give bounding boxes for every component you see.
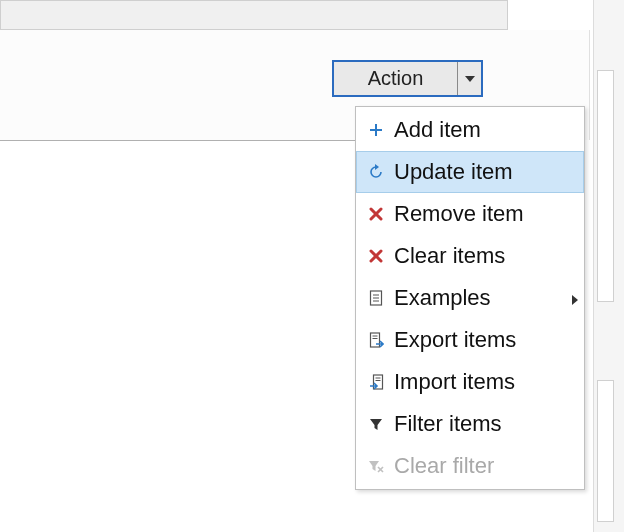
menu-item-label: Update item xyxy=(390,159,513,185)
background-panel xyxy=(0,0,508,30)
background-divider xyxy=(0,140,355,141)
svg-rect-13 xyxy=(370,333,379,347)
menu-item-clear-filter: Clear filter xyxy=(356,445,584,487)
remove-x-icon xyxy=(362,207,390,221)
svg-marker-19 xyxy=(370,419,382,430)
background-panel xyxy=(597,380,614,522)
menu-item-examples[interactable]: Examples xyxy=(356,277,584,319)
menu-item-add-item[interactable]: Add item xyxy=(356,109,584,151)
refresh-icon xyxy=(362,164,390,180)
background-panel xyxy=(597,70,614,302)
menu-item-filter-items[interactable]: Filter items xyxy=(356,403,584,445)
menu-item-label: Import items xyxy=(390,369,515,395)
svg-rect-2 xyxy=(370,129,382,131)
svg-marker-12 xyxy=(572,295,578,305)
funnel-clear-icon xyxy=(362,459,390,473)
svg-marker-3 xyxy=(375,164,379,170)
menu-item-label: Clear filter xyxy=(390,453,494,479)
menu-item-export-items[interactable]: Export items xyxy=(356,319,584,361)
menu-item-label: Examples xyxy=(390,285,491,311)
action-button-dropdown[interactable] xyxy=(458,62,481,95)
export-icon xyxy=(362,332,390,348)
action-split-button[interactable]: Action xyxy=(332,60,483,97)
menu-item-label: Remove item xyxy=(390,201,524,227)
menu-item-update-item[interactable]: Update item xyxy=(356,151,584,193)
svg-rect-16 xyxy=(373,375,382,389)
menu-item-label: Clear items xyxy=(390,243,505,269)
clear-x-icon xyxy=(362,249,390,263)
menu-item-clear-items[interactable]: Clear items xyxy=(356,235,584,277)
menu-item-label: Export items xyxy=(390,327,516,353)
svg-marker-20 xyxy=(369,461,379,471)
menu-item-remove-item[interactable]: Remove item xyxy=(356,193,584,235)
import-icon xyxy=(362,374,390,390)
chevron-right-icon xyxy=(572,285,578,311)
funnel-icon xyxy=(362,417,390,431)
svg-marker-0 xyxy=(465,76,475,82)
action-dropdown-menu: Add item Update item Remove item Clear i… xyxy=(355,106,585,490)
menu-item-label: Add item xyxy=(390,117,481,143)
plus-icon xyxy=(362,122,390,138)
menu-item-import-items[interactable]: Import items xyxy=(356,361,584,403)
action-button-label: Action xyxy=(368,67,424,90)
action-button-main[interactable]: Action xyxy=(334,62,458,95)
menu-item-label: Filter items xyxy=(390,411,502,437)
chevron-down-icon xyxy=(465,76,475,82)
document-icon xyxy=(362,290,390,306)
